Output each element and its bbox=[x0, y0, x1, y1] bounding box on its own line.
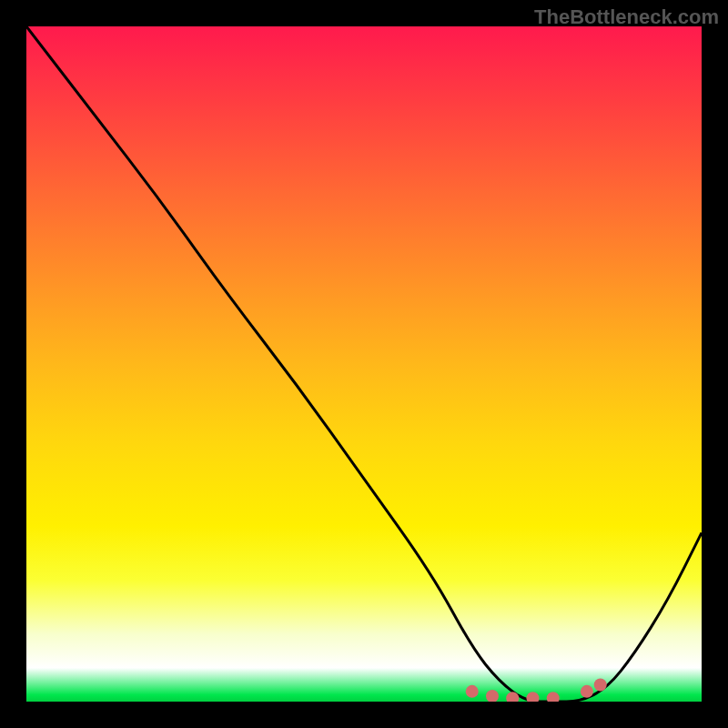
chart-svg bbox=[26, 26, 702, 702]
bottleneck-curve bbox=[26, 26, 702, 702]
curve-marker bbox=[527, 692, 540, 702]
chart-container: TheBottleneck.com bbox=[0, 0, 728, 728]
curve-marker bbox=[594, 678, 607, 691]
curve-marker bbox=[581, 685, 593, 698]
curve-marker bbox=[486, 690, 499, 702]
curve-marker bbox=[547, 692, 560, 702]
watermark-text: TheBottleneck.com bbox=[534, 5, 719, 29]
curve-marker bbox=[466, 685, 479, 698]
